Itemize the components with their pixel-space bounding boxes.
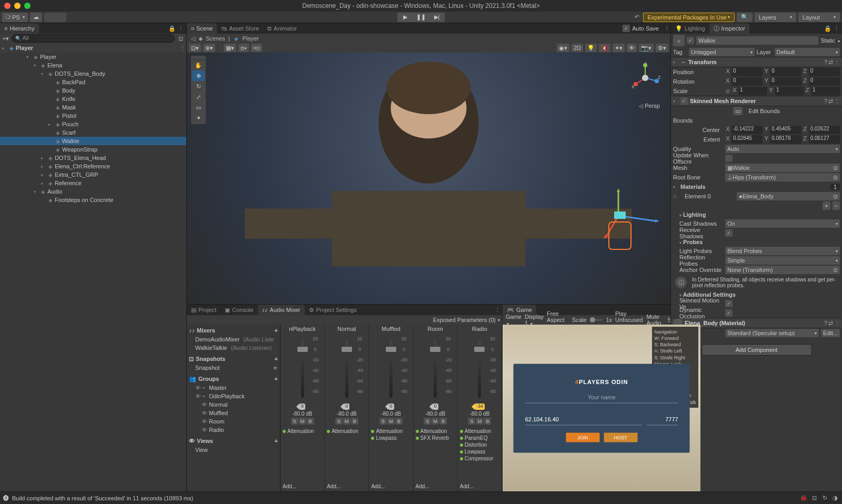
draw-mode-button[interactable]: ◉▾ bbox=[557, 44, 569, 52]
exposed-params-button[interactable]: Exposed Parameters (0) bbox=[433, 317, 496, 323]
tab-console[interactable]: ▣ Console bbox=[220, 305, 257, 315]
view-item[interactable]: View bbox=[189, 446, 278, 454]
quality-dropdown[interactable]: Auto▾ bbox=[725, 145, 840, 153]
effect-slot[interactable]: Attenuation bbox=[370, 428, 412, 435]
tool-handle-position[interactable]: ⊡▾ bbox=[189, 44, 201, 52]
effect-slot[interactable]: Attenuation bbox=[282, 428, 323, 435]
scene-menu-icon[interactable]: ⋮ bbox=[663, 25, 670, 32]
gameobject-name-input[interactable]: Walkie bbox=[696, 36, 818, 45]
db-badge[interactable]: 0 bbox=[299, 404, 305, 410]
hierarchy-tab[interactable]: ≡ Hierarchy bbox=[0, 23, 39, 34]
gameobject-icon[interactable]: ◈ bbox=[673, 35, 685, 46]
group-item[interactable]: 👁▾Master bbox=[189, 384, 278, 392]
mixer-item[interactable]: DemoAudioMixer (Audio Liste bbox=[189, 335, 278, 344]
channel-b-button[interactable]: B bbox=[484, 418, 491, 425]
status-refresh-icon[interactable]: ↻ bbox=[821, 495, 828, 502]
group-item[interactable]: 👁Room bbox=[189, 417, 278, 426]
scale-slider[interactable] bbox=[590, 319, 603, 321]
scene-viewport[interactable]: ✋ ✥ ↻ ⤢ ▭ ✦ y z bbox=[187, 53, 670, 304]
hierarchy-item[interactable]: ◈Walkie bbox=[0, 137, 186, 145]
channel-s-button[interactable]: S bbox=[468, 418, 475, 425]
hierarchy-item[interactable]: ◈WeaponStrap bbox=[0, 145, 186, 154]
mixer-channel[interactable]: nPlayback 200-20-40-60-80 0 -80.0 dB SMB… bbox=[280, 325, 325, 491]
hierarchy-item[interactable]: ◈Mask bbox=[0, 103, 186, 112]
position-fields[interactable]: X0Y0Z0 bbox=[725, 68, 840, 76]
mixer-channel[interactable]: Room 200-20-40-60-80 0 -80.0 dB SMB Atte… bbox=[414, 325, 458, 491]
layers-dropdown[interactable]: Layers▾ bbox=[755, 13, 796, 22]
hierarchy-search-input[interactable]: 🔍 All bbox=[12, 34, 175, 43]
group-item[interactable]: 👁▾OdinPlayback bbox=[189, 392, 278, 400]
toggle-2d-button[interactable]: 2D bbox=[572, 44, 583, 52]
snap-increment-button[interactable]: ⧈▾ bbox=[238, 44, 249, 52]
undo-history-icon[interactable]: ↶ bbox=[634, 14, 641, 21]
tab-animator[interactable]: ⧉ Animator bbox=[263, 23, 301, 34]
add-snapshot-button[interactable]: + bbox=[275, 356, 278, 362]
reflection-probes-dropdown[interactable]: Simple▾ bbox=[725, 256, 840, 265]
status-debug-icon[interactable]: ⊡ bbox=[810, 495, 818, 502]
edit-bounds-button[interactable]: ▭ bbox=[733, 107, 743, 115]
gizmos-dropdown-button[interactable]: ⚙▾ bbox=[656, 44, 668, 52]
cloud-button[interactable]: ☁ bbox=[30, 13, 42, 22]
add-component-button[interactable]: Add Component bbox=[701, 344, 812, 356]
tab-lighting[interactable]: 💡 Lighting bbox=[671, 23, 709, 34]
add-mixer-button[interactable]: + bbox=[275, 327, 278, 334]
shader-edit-button[interactable]: Edit... bbox=[821, 329, 840, 337]
center-fields[interactable]: X-0.14222Y0.45405Z0.02622 bbox=[725, 126, 840, 134]
smr-component-header[interactable]: ▾✓Skinned Mesh Renderer ?⇄⋮ bbox=[671, 96, 842, 106]
hierarchy-lock-icon[interactable]: 🔒 bbox=[168, 25, 176, 32]
game-viewport[interactable]: Navigation: W: Forward S: Backward A: St… bbox=[503, 325, 700, 491]
material-remove-button[interactable]: − bbox=[833, 201, 840, 210]
probes-section-header[interactable]: Probes bbox=[683, 239, 703, 245]
channel-b-button[interactable]: B bbox=[439, 418, 447, 425]
static-dropdown[interactable]: Static ▾ bbox=[820, 37, 840, 44]
mixers-section-header[interactable]: ♪♪Mixers+ bbox=[189, 326, 278, 335]
scene-visibility-button[interactable]: 👁 bbox=[627, 44, 637, 52]
add-effect-button[interactable]: Add... bbox=[459, 482, 500, 490]
player-name-input[interactable] bbox=[525, 391, 678, 403]
layout-dropdown[interactable]: Layout▾ bbox=[798, 13, 840, 22]
mesh-field[interactable]: ▦ Walkie⊙ bbox=[725, 164, 840, 172]
channel-m-button[interactable]: M bbox=[476, 418, 483, 425]
play-button[interactable]: ▶ bbox=[397, 13, 413, 22]
join-button[interactable]: JOIN bbox=[566, 432, 599, 442]
mixer-channel[interactable]: Normal 200-20-40-60-80 0 -80.0 dB SMB At… bbox=[325, 325, 369, 491]
tag-dropdown[interactable]: Untagged▾ bbox=[689, 48, 755, 56]
hierarchy-item[interactable]: ▾◈Audio bbox=[0, 187, 186, 196]
pause-button[interactable]: ❚❚ bbox=[413, 13, 429, 22]
scene-menu-icon[interactable]: ⋮ bbox=[179, 44, 186, 52]
effect-slot[interactable]: Attenuation bbox=[326, 428, 367, 435]
fader-track[interactable] bbox=[345, 340, 348, 398]
hierarchy-item[interactable]: ◈BackPad bbox=[0, 78, 186, 86]
inspector-lock-icon[interactable]: 🔒 bbox=[824, 25, 831, 32]
tool-handle-rotation[interactable]: ⊕▾ bbox=[203, 44, 215, 52]
channel-s-button[interactable]: S bbox=[379, 418, 387, 425]
hierarchy-item[interactable]: ◈Knife bbox=[0, 95, 186, 103]
gameobject-active-checkbox[interactable]: ✓ bbox=[687, 37, 694, 44]
host-button[interactable]: HOST bbox=[604, 432, 637, 442]
fader-track[interactable] bbox=[389, 340, 393, 398]
fader-knob[interactable] bbox=[429, 346, 441, 352]
status-progress-icon[interactable]: ◑ bbox=[831, 495, 839, 502]
status-bug-icon[interactable]: 🐞 bbox=[800, 495, 807, 502]
db-badge[interactable]: -34 bbox=[475, 404, 485, 410]
fader-knob[interactable] bbox=[341, 346, 353, 352]
channel-m-button[interactable]: M bbox=[343, 418, 350, 425]
hierarchy-filter-icon[interactable]: ⊡ bbox=[177, 35, 184, 42]
hierarchy-item[interactable]: ▾◈Elena bbox=[0, 61, 186, 69]
hierarchy-menu-icon[interactable]: ⋮ bbox=[177, 25, 184, 32]
snapshots-section-header[interactable]: ⊡ Snapshots+ bbox=[189, 354, 278, 364]
snapshot-item[interactable]: Snapshot★ bbox=[189, 364, 278, 372]
hierarchy-item[interactable]: ▾◈DOTS_Elena_Body bbox=[0, 69, 186, 78]
channel-b-button[interactable]: B bbox=[307, 418, 314, 425]
dynamic-occlusion-checkbox[interactable]: ✓ bbox=[725, 309, 733, 317]
receive-shadows-checkbox[interactable]: ✓ bbox=[725, 229, 733, 237]
add-effect-button[interactable]: Add... bbox=[415, 482, 456, 490]
autosave-checkbox[interactable]: ✓ bbox=[623, 25, 630, 32]
hierarchy-item[interactable]: ◈Scarf bbox=[0, 128, 186, 137]
update-offscreen-checkbox[interactable] bbox=[725, 155, 733, 162]
fx-toggle-button[interactable]: ✦▾ bbox=[613, 44, 625, 52]
mixer-channel[interactable]: Muffled 200-20-40-60-80 0 -80.0 dB SMB A… bbox=[369, 325, 413, 491]
tab-inspector[interactable]: ⓘ Inspector bbox=[709, 23, 749, 34]
channel-s-button[interactable]: S bbox=[424, 418, 431, 425]
db-badge[interactable]: 0 bbox=[433, 404, 438, 410]
